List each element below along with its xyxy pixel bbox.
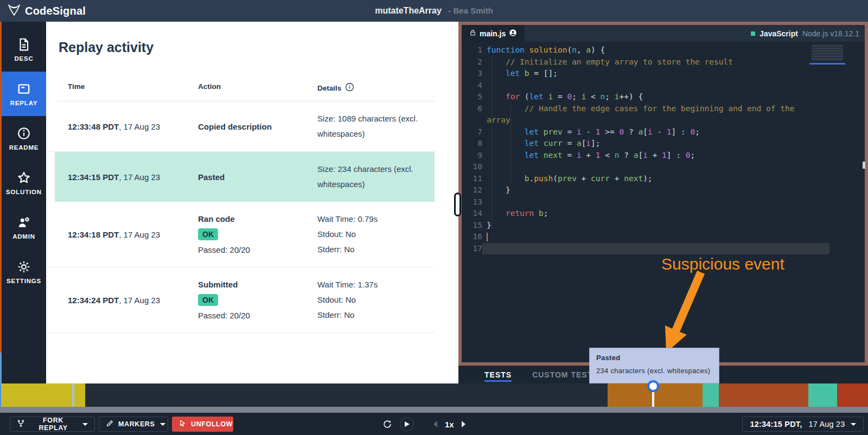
horizontal-scrollbar[interactable]: [0, 407, 868, 413]
event-time: 12:34:15 PDT, 17 Aug 23: [68, 172, 198, 182]
indent-guide: [492, 56, 492, 230]
event-time: 12:33:48 PDT, 17 Aug 23: [68, 122, 198, 131]
replay-activity-panel: Replay activity Time Action Details 12:3…: [46, 22, 458, 383]
editor-tab-bar: main.js JavaScript Node.js v18.12.1: [462, 25, 865, 42]
table-header: Time Action Details: [46, 82, 435, 95]
unfollow-label: UNFOLLOW: [191, 420, 233, 428]
code-line: 6 // Handle the edge cases for the begin…: [462, 103, 841, 115]
sidebar-item-label: ADMIN: [12, 233, 35, 240]
timestamp-selector[interactable]: 12:34:15 PDT, 17 Aug 23: [742, 417, 864, 432]
suspicious-event-label: Suspicious event: [661, 255, 784, 273]
code-line: 17: [462, 243, 841, 255]
unfollow-button[interactable]: UNFOLLOW: [172, 417, 233, 432]
activity-table: 12:33:48 PDT, 17 Aug 23Copied descriptio…: [46, 101, 458, 333]
chevron-down-icon: [82, 423, 88, 426]
pencil-icon: [106, 419, 114, 429]
playhead-knob[interactable]: [647, 380, 659, 392]
event-time: 12:34:24 PDT, 17 Aug 23: [68, 296, 198, 305]
speed-up-button[interactable]: [462, 421, 465, 427]
speed-down-button[interactable]: [433, 421, 437, 427]
text-cursor: [487, 233, 488, 241]
event-tooltip: Pasted 234 characters (excl. whitespaces…: [589, 348, 719, 383]
code-editor-panel: main.js JavaScript Node.js v18.12.1 1fun…: [458, 22, 868, 366]
tab-tests[interactable]: TESTS: [484, 366, 512, 383]
sidebar-item-desc[interactable]: DESC: [2, 27, 46, 72]
tab-main-js[interactable]: main.js: [462, 25, 525, 42]
table-row[interactable]: 12:33:48 PDT, 17 Aug 23Copied descriptio…: [46, 101, 435, 152]
code-line: array: [462, 114, 841, 126]
play-button[interactable]: [400, 417, 414, 431]
chevron-down-icon: [160, 423, 165, 426]
language-indicator: JavaScript Node.js v18.12.1: [751, 25, 859, 42]
tooltip-title: Pasted: [596, 354, 712, 362]
tab-custom-tests[interactable]: CUSTOM TESTS: [532, 366, 598, 383]
sidebar-item-label: README: [9, 144, 39, 151]
user-presence-icon: [509, 29, 517, 39]
timeline-segment[interactable]: [719, 383, 808, 407]
task-title: mutateTheArray: [375, 6, 442, 15]
code-content[interactable]: 1function solution(n, a) {2 // Initializ…: [462, 44, 841, 254]
sidebar-item-readme[interactable]: README: [2, 116, 46, 161]
replay-icon: [17, 82, 31, 96]
chevron-down-icon: [851, 423, 856, 426]
table-row[interactable]: 12:34:24 PDT, 17 Aug 23SubmittedOKPassed…: [46, 267, 435, 333]
timeline-segment[interactable]: [837, 383, 868, 407]
runtime-version: Node.js v18.12.1: [802, 29, 859, 38]
tooltip-body: 234 characters (excl. whitespaces): [596, 367, 712, 375]
code-line: 8 let curr = a[i];: [462, 138, 841, 150]
panel-resize-handle[interactable]: [454, 193, 461, 216]
timeline-segment[interactable]: [74, 383, 85, 407]
admin-icon: [17, 215, 31, 229]
timeline-segment[interactable]: [808, 383, 837, 407]
event-action: Ran codeOKPassed: 20/20: [198, 214, 317, 254]
timeline-segment[interactable]: [1, 383, 72, 407]
left-scroll-indicator-orange[interactable]: [0, 22, 2, 353]
timestamp-date: 17 Aug 23: [808, 420, 845, 428]
fork-replay-button[interactable]: FORK REPLAY: [10, 417, 95, 432]
top-bar: CodeSignal mutateTheArray - Bea Smith: [0, 0, 868, 22]
left-scroll-indicator-blue[interactable]: [0, 353, 2, 383]
tab-label: main.js: [480, 29, 506, 38]
code-line: 11 b.push(prev + curr + next);: [462, 173, 841, 185]
readme-icon: [17, 126, 31, 140]
replay-timeline[interactable]: [0, 383, 868, 407]
code-line: 4: [462, 80, 841, 92]
sidebar-item-label: DESC: [14, 55, 33, 62]
minimap-viewport-line: [809, 63, 845, 65]
event-action: Copied description: [198, 122, 317, 131]
sidebar-item-settings[interactable]: SETTINGS: [2, 250, 46, 294]
playback-controls: 1x: [382, 417, 465, 432]
info-icon[interactable]: [345, 82, 354, 93]
language-color-dot: [751, 31, 755, 36]
sidebar-item-replay[interactable]: REPLAY: [2, 72, 46, 116]
markers-label: MARKERS: [118, 420, 155, 428]
sidebar-item-admin[interactable]: ADMIN: [2, 205, 46, 250]
code-line: 2 // Initialize an empty array to store …: [462, 56, 841, 68]
sidebar-item-solution[interactable]: SOLUTION: [2, 161, 46, 205]
code-line: 7 let prev = i - 1 >= 0 ? a[i - 1] : 0;: [462, 126, 841, 138]
restart-button[interactable]: [382, 419, 392, 429]
code-line: 10: [462, 161, 841, 173]
code-line: 13: [462, 196, 841, 208]
column-details: Details: [317, 82, 354, 93]
table-row[interactable]: 12:34:15 PDT, 17 Aug 23PastedSize: 234 c…: [55, 152, 435, 202]
code-line: 15}: [462, 220, 841, 232]
event-action: SubmittedOKPassed: 20/20: [198, 280, 317, 320]
editor-minimap[interactable]: [812, 45, 843, 61]
markers-button[interactable]: MARKERS: [99, 417, 168, 432]
event-details: Size: 1089 characters (excl. whitespaces…: [317, 111, 435, 142]
sidebar-item-label: REPLAY: [10, 100, 37, 106]
language-name: JavaScript: [760, 29, 798, 38]
code-line: 1function solution(n, a) {: [462, 44, 841, 56]
editor-scrollbar-thumb[interactable]: [863, 162, 865, 169]
event-action: Pasted: [198, 172, 317, 182]
timeline-segment[interactable]: [703, 383, 719, 407]
column-action: Action: [198, 82, 221, 91]
timestamp-time: 12:34:15 PDT,: [750, 420, 802, 428]
indent-guide: [510, 103, 511, 184]
event-details: Size: 234 characters (excl. whitespaces): [317, 162, 435, 192]
event-time: 12:34:18 PDT, 17 Aug 23: [68, 230, 198, 239]
status-badge: OK: [198, 294, 218, 306]
candidate-name: - Bea Smith: [448, 6, 493, 15]
table-row[interactable]: 12:34:18 PDT, 17 Aug 23Ran codeOKPassed:…: [46, 202, 435, 267]
